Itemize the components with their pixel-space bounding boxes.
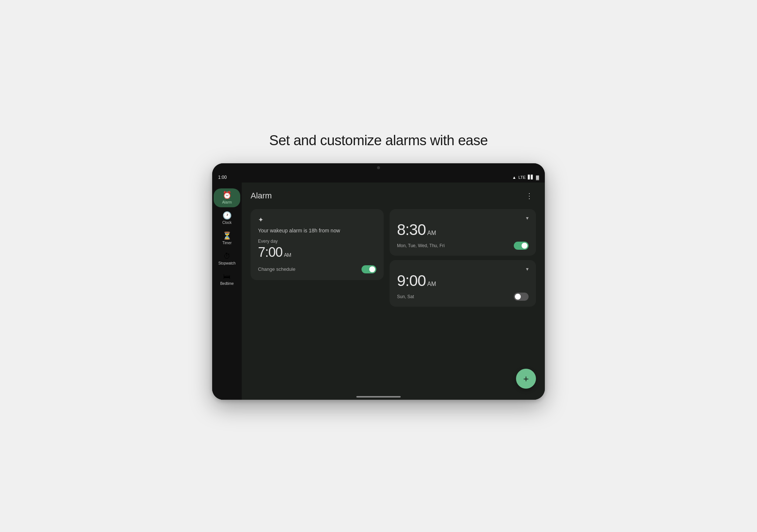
left-panel: ✦ Your wakeup alarm is 18h from now Ever…: [251, 209, 384, 392]
add-icon: +: [523, 374, 529, 383]
alarm-1-days: Mon, Tue, Wed, Thu, Fri: [397, 243, 445, 248]
stopwatch-nav-label: Stopwatch: [218, 261, 236, 265]
tablet-frame: 1:00 ▲ LTE ▋▋ ▓ ⏰ Alarm 🕐 Clock: [212, 163, 545, 400]
wakeup-message: Your wakeup alarm is 18h from now: [258, 228, 376, 233]
alarm-section-title: Alarm: [251, 191, 272, 201]
alarm-2-time: 9:00: [397, 272, 426, 290]
wakeup-card: ✦ Your wakeup alarm is 18h from now Ever…: [251, 209, 384, 280]
alarm-2-days: Sun, Sat: [397, 294, 414, 299]
wakeup-toggle[interactable]: [361, 265, 376, 273]
home-indicator: [356, 396, 401, 398]
alarm-card-2: ▾ 9:00 AM Sun, Sat: [390, 260, 536, 307]
alarm-1-time: 8:30: [397, 221, 426, 239]
schedule-time-display: 7:00 AM: [258, 245, 376, 260]
status-icons: ▲ LTE ▋▋ ▓: [512, 175, 539, 180]
nav-rail: ⏰ Alarm 🕐 Clock ⏳ Timer ⏱ Stopwatch 🛏: [212, 183, 242, 400]
tablet-device: 1:00 ▲ LTE ▋▋ ▓ ⏰ Alarm 🕐 Clock: [212, 163, 545, 400]
fab-row: +: [390, 365, 536, 392]
alarm-2-time-row: 9:00 AM: [397, 272, 529, 290]
alarm-1-time-row: 8:30 AM: [397, 221, 529, 239]
stopwatch-icon: ⏱: [223, 252, 231, 260]
add-alarm-fab[interactable]: +: [516, 369, 536, 389]
schedule-time-value: 7:00: [258, 245, 282, 260]
lte-label: LTE: [519, 175, 526, 180]
more-options-button[interactable]: ⋮: [523, 190, 536, 202]
wakeup-sun-icon: ✦: [258, 216, 376, 224]
toggle-thumb: [369, 266, 375, 272]
tablet-top-bar: [212, 163, 545, 172]
clock-icon: 🕐: [223, 212, 232, 219]
bedtime-nav-label: Bedtime: [220, 282, 234, 286]
sidebar-item-clock[interactable]: 🕐 Clock: [214, 209, 240, 228]
alarm-2-ampm: AM: [427, 281, 436, 287]
alarm-1-ampm: AM: [427, 230, 436, 236]
main-content: Alarm ⋮ ✦ Your wakeup alarm is 18h from …: [242, 183, 545, 400]
battery-icon: ▓: [536, 175, 539, 180]
alarm-2-toggle-thumb: [515, 294, 521, 300]
wifi-icon: ▲: [512, 175, 516, 180]
app-area: ⏰ Alarm 🕐 Clock ⏳ Timer ⏱ Stopwatch 🛏: [212, 183, 545, 400]
status-bar: 1:00 ▲ LTE ▋▋ ▓: [212, 172, 545, 183]
sidebar-item-alarm[interactable]: ⏰ Alarm: [214, 188, 240, 207]
content-header: Alarm ⋮: [251, 190, 536, 202]
change-schedule-row: Change schedule: [258, 265, 376, 273]
alarms-list: ▾ 8:30 AM Mon, Tue, Wed, Thu, Fri: [390, 209, 536, 365]
alarm-2-toggle[interactable]: [514, 293, 529, 301]
page-title: Set and customize alarms with ease: [269, 133, 488, 149]
alarm-1-days-row: Mon, Tue, Wed, Thu, Fri: [397, 242, 529, 250]
alarm-nav-label: Alarm: [222, 200, 232, 204]
schedule-label: Every day: [258, 239, 376, 244]
right-with-fab: ▾ 8:30 AM Mon, Tue, Wed, Thu, Fri: [390, 209, 536, 392]
alarm-icon: ⏰: [223, 191, 232, 199]
alarm-2-expand-button[interactable]: ▾: [526, 266, 529, 272]
clock-nav-label: Clock: [222, 221, 231, 225]
bedtime-icon: 🛏: [223, 273, 231, 280]
change-schedule-label: Change schedule: [258, 266, 295, 272]
sidebar-item-stopwatch[interactable]: ⏱ Stopwatch: [214, 249, 240, 268]
sidebar-item-bedtime[interactable]: 🛏 Bedtime: [214, 270, 240, 289]
alarm-2-days-row: Sun, Sat: [397, 293, 529, 301]
sidebar-item-timer[interactable]: ⏳ Timer: [214, 229, 240, 248]
status-time: 1:00: [218, 175, 227, 180]
timer-nav-label: Timer: [222, 241, 231, 245]
schedule-ampm: AM: [284, 252, 291, 258]
camera-dot: [377, 166, 380, 169]
alarm-card-1: ▾ 8:30 AM Mon, Tue, Wed, Thu, Fri: [390, 209, 536, 256]
schedule-row: Every day 7:00 AM: [258, 239, 376, 260]
alarm-1-header: ▾: [397, 215, 529, 221]
alarm-1-toggle-thumb: [522, 243, 527, 249]
alarm-1-expand-button[interactable]: ▾: [526, 215, 529, 221]
content-grid: ✦ Your wakeup alarm is 18h from now Ever…: [251, 209, 536, 392]
timer-icon: ⏳: [223, 232, 232, 239]
alarm-1-toggle[interactable]: [514, 242, 529, 250]
signal-bars-icon: ▋▋: [528, 175, 534, 180]
alarm-2-header: ▾: [397, 266, 529, 272]
